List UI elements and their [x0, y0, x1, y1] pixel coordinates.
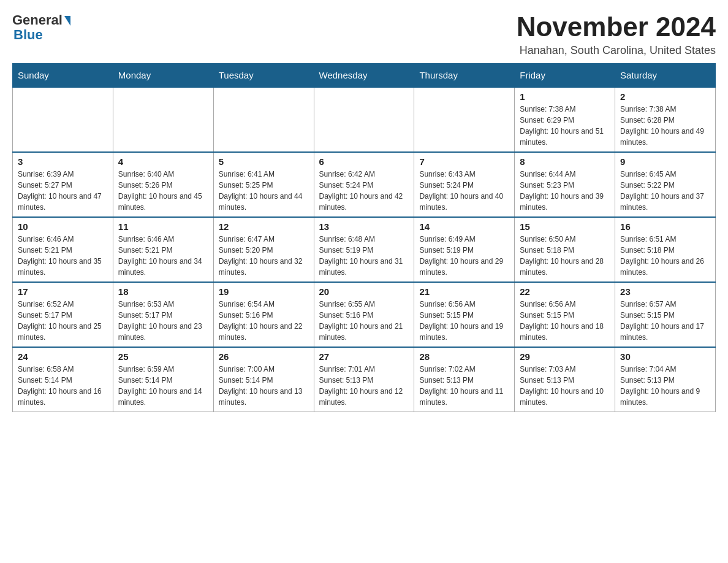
day-info: Sunrise: 6:56 AM Sunset: 5:15 PM Dayligh… [520, 299, 610, 343]
calendar-header-row: SundayMondayTuesdayWednesdayThursdayFrid… [13, 64, 716, 88]
logo: General Blue [12, 12, 70, 43]
calendar-header-tuesday: Tuesday [213, 64, 314, 88]
calendar-cell [314, 87, 414, 152]
calendar-cell: 21Sunrise: 6:56 AM Sunset: 5:15 PM Dayli… [414, 282, 515, 347]
calendar-cell: 14Sunrise: 6:49 AM Sunset: 5:19 PM Dayli… [414, 217, 515, 282]
calendar-cell: 3Sunrise: 6:39 AM Sunset: 5:27 PM Daylig… [13, 152, 113, 217]
day-number: 3 [18, 156, 108, 167]
calendar-cell: 9Sunrise: 6:45 AM Sunset: 5:22 PM Daylig… [615, 152, 716, 217]
calendar-header-saturday: Saturday [615, 64, 716, 88]
day-number: 13 [319, 221, 409, 232]
day-number: 9 [620, 156, 710, 167]
calendar-cell: 16Sunrise: 6:51 AM Sunset: 5:18 PM Dayli… [615, 217, 716, 282]
day-number: 26 [219, 351, 309, 362]
day-info: Sunrise: 6:41 AM Sunset: 5:25 PM Dayligh… [219, 169, 309, 213]
calendar-table: SundayMondayTuesdayWednesdayThursdayFrid… [12, 63, 716, 412]
day-number: 27 [319, 351, 409, 362]
calendar-cell: 2Sunrise: 7:38 AM Sunset: 6:28 PM Daylig… [615, 87, 716, 152]
day-info: Sunrise: 7:03 AM Sunset: 5:13 PM Dayligh… [520, 364, 610, 408]
calendar-cell: 22Sunrise: 6:56 AM Sunset: 5:15 PM Dayli… [515, 282, 615, 347]
day-info: Sunrise: 7:04 AM Sunset: 5:13 PM Dayligh… [620, 364, 710, 408]
calendar-cell: 27Sunrise: 7:01 AM Sunset: 5:13 PM Dayli… [314, 347, 414, 412]
logo-arrow-icon [64, 16, 70, 26]
calendar-header-sunday: Sunday [13, 64, 113, 88]
logo-blue: Blue [13, 27, 43, 43]
day-info: Sunrise: 7:38 AM Sunset: 6:29 PM Dayligh… [520, 104, 610, 148]
calendar-cell: 19Sunrise: 6:54 AM Sunset: 5:16 PM Dayli… [213, 282, 314, 347]
title-area: November 2024 Hanahan, South Carolina, U… [517, 12, 716, 57]
day-info: Sunrise: 6:59 AM Sunset: 5:14 PM Dayligh… [118, 364, 208, 408]
day-info: Sunrise: 6:51 AM Sunset: 5:18 PM Dayligh… [620, 234, 710, 278]
day-number: 23 [620, 286, 710, 297]
day-info: Sunrise: 6:45 AM Sunset: 5:22 PM Dayligh… [620, 169, 710, 213]
calendar-cell [13, 87, 113, 152]
page-title: November 2024 [517, 12, 716, 42]
day-info: Sunrise: 6:53 AM Sunset: 5:17 PM Dayligh… [118, 299, 208, 343]
page-subtitle: Hanahan, South Carolina, United States [517, 44, 716, 57]
calendar-cell: 12Sunrise: 6:47 AM Sunset: 5:20 PM Dayli… [213, 217, 314, 282]
day-number: 12 [219, 221, 309, 232]
calendar-cell: 25Sunrise: 6:59 AM Sunset: 5:14 PM Dayli… [113, 347, 213, 412]
calendar-cell: 23Sunrise: 6:57 AM Sunset: 5:15 PM Dayli… [615, 282, 716, 347]
day-number: 19 [219, 286, 309, 297]
calendar-header-wednesday: Wednesday [314, 64, 414, 88]
day-info: Sunrise: 7:02 AM Sunset: 5:13 PM Dayligh… [419, 364, 509, 408]
calendar-cell: 11Sunrise: 6:46 AM Sunset: 5:21 PM Dayli… [113, 217, 213, 282]
header: General Blue November 2024 Hanahan, Sout… [12, 12, 716, 57]
calendar-cell [213, 87, 314, 152]
calendar-cell: 24Sunrise: 6:58 AM Sunset: 5:14 PM Dayli… [13, 347, 113, 412]
day-info: Sunrise: 6:39 AM Sunset: 5:27 PM Dayligh… [18, 169, 108, 213]
calendar-cell: 15Sunrise: 6:50 AM Sunset: 5:18 PM Dayli… [515, 217, 615, 282]
day-number: 15 [520, 221, 610, 232]
calendar-cell: 1Sunrise: 7:38 AM Sunset: 6:29 PM Daylig… [515, 87, 615, 152]
day-number: 22 [520, 286, 610, 297]
day-info: Sunrise: 6:55 AM Sunset: 5:16 PM Dayligh… [319, 299, 409, 343]
calendar-header-thursday: Thursday [414, 64, 515, 88]
day-info: Sunrise: 7:01 AM Sunset: 5:13 PM Dayligh… [319, 364, 409, 408]
day-number: 4 [118, 156, 208, 167]
calendar-cell: 10Sunrise: 6:46 AM Sunset: 5:21 PM Dayli… [13, 217, 113, 282]
day-number: 6 [319, 156, 409, 167]
day-info: Sunrise: 6:58 AM Sunset: 5:14 PM Dayligh… [18, 364, 108, 408]
day-info: Sunrise: 7:38 AM Sunset: 6:28 PM Dayligh… [620, 104, 710, 148]
day-info: Sunrise: 6:46 AM Sunset: 5:21 PM Dayligh… [18, 234, 108, 278]
calendar-cell: 5Sunrise: 6:41 AM Sunset: 5:25 PM Daylig… [213, 152, 314, 217]
day-info: Sunrise: 6:50 AM Sunset: 5:18 PM Dayligh… [520, 234, 610, 278]
calendar-cell: 26Sunrise: 7:00 AM Sunset: 5:14 PM Dayli… [213, 347, 314, 412]
calendar-cell: 7Sunrise: 6:43 AM Sunset: 5:24 PM Daylig… [414, 152, 515, 217]
calendar-cell: 4Sunrise: 6:40 AM Sunset: 5:26 PM Daylig… [113, 152, 213, 217]
day-number: 24 [18, 351, 108, 362]
day-info: Sunrise: 6:54 AM Sunset: 5:16 PM Dayligh… [219, 299, 309, 343]
calendar-cell: 13Sunrise: 6:48 AM Sunset: 5:19 PM Dayli… [314, 217, 414, 282]
week-row-4: 17Sunrise: 6:52 AM Sunset: 5:17 PM Dayli… [13, 282, 716, 347]
day-number: 1 [520, 91, 610, 102]
calendar-cell [113, 87, 213, 152]
week-row-5: 24Sunrise: 6:58 AM Sunset: 5:14 PM Dayli… [13, 347, 716, 412]
day-info: Sunrise: 6:40 AM Sunset: 5:26 PM Dayligh… [118, 169, 208, 213]
day-number: 29 [520, 351, 610, 362]
calendar-cell: 8Sunrise: 6:44 AM Sunset: 5:23 PM Daylig… [515, 152, 615, 217]
day-number: 5 [219, 156, 309, 167]
calendar-cell: 6Sunrise: 6:42 AM Sunset: 5:24 PM Daylig… [314, 152, 414, 217]
day-number: 20 [319, 286, 409, 297]
day-number: 2 [620, 91, 710, 102]
day-number: 25 [118, 351, 208, 362]
calendar-header-friday: Friday [515, 64, 615, 88]
day-number: 30 [620, 351, 710, 362]
calendar-header-monday: Monday [113, 64, 213, 88]
day-number: 16 [620, 221, 710, 232]
logo-general: General [12, 12, 63, 28]
calendar-cell: 20Sunrise: 6:55 AM Sunset: 5:16 PM Dayli… [314, 282, 414, 347]
calendar-cell: 30Sunrise: 7:04 AM Sunset: 5:13 PM Dayli… [615, 347, 716, 412]
day-number: 21 [419, 286, 509, 297]
day-info: Sunrise: 6:56 AM Sunset: 5:15 PM Dayligh… [419, 299, 509, 343]
day-info: Sunrise: 6:46 AM Sunset: 5:21 PM Dayligh… [118, 234, 208, 278]
day-info: Sunrise: 6:49 AM Sunset: 5:19 PM Dayligh… [419, 234, 509, 278]
calendar-cell: 28Sunrise: 7:02 AM Sunset: 5:13 PM Dayli… [414, 347, 515, 412]
day-number: 28 [419, 351, 509, 362]
day-info: Sunrise: 6:48 AM Sunset: 5:19 PM Dayligh… [319, 234, 409, 278]
calendar-cell: 17Sunrise: 6:52 AM Sunset: 5:17 PM Dayli… [13, 282, 113, 347]
week-row-1: 1Sunrise: 7:38 AM Sunset: 6:29 PM Daylig… [13, 87, 716, 152]
day-info: Sunrise: 6:43 AM Sunset: 5:24 PM Dayligh… [419, 169, 509, 213]
day-info: Sunrise: 6:52 AM Sunset: 5:17 PM Dayligh… [18, 299, 108, 343]
